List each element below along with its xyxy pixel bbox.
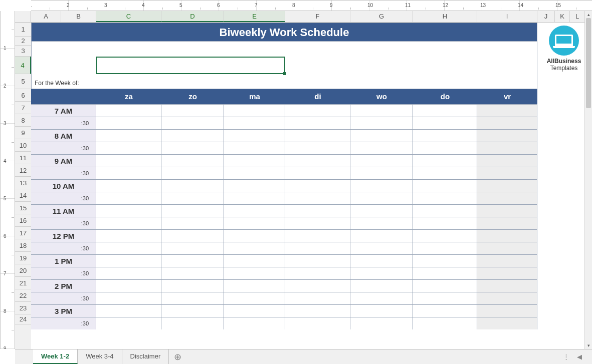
schedule-cell[interactable] <box>161 217 224 229</box>
schedule-cell[interactable] <box>477 217 537 229</box>
schedule-cell[interactable] <box>96 267 161 279</box>
schedule-cell[interactable] <box>350 217 413 229</box>
schedule-cell[interactable] <box>96 292 161 304</box>
schedule-cell[interactable] <box>161 180 224 192</box>
row-header-18[interactable]: 18 <box>15 239 31 252</box>
schedule-cell[interactable] <box>477 305 537 317</box>
schedule-cell[interactable] <box>477 192 537 204</box>
schedule-cell[interactable] <box>285 155 350 167</box>
schedule-cell[interactable] <box>96 230 161 242</box>
schedule-cell[interactable] <box>285 117 350 129</box>
schedule-cell[interactable] <box>285 317 350 329</box>
schedule-cell[interactable] <box>161 167 224 179</box>
column-header-h[interactable]: H <box>413 11 477 22</box>
tab-scroll-icon[interactable]: ◀ <box>577 353 582 360</box>
row-header-23[interactable]: 23 <box>15 302 31 314</box>
column-header-k[interactable]: K <box>555 11 570 22</box>
schedule-cell[interactable] <box>350 117 413 129</box>
sheet-tab-week-3-4[interactable]: Week 3-4 <box>78 349 122 364</box>
schedule-cell[interactable] <box>224 255 285 267</box>
tab-options-icon[interactable]: ⋮ <box>563 353 570 360</box>
schedule-cell[interactable] <box>413 180 477 192</box>
week-of-input[interactable] <box>97 71 286 89</box>
column-header-l[interactable]: L <box>570 11 585 22</box>
schedule-cell[interactable] <box>96 217 161 229</box>
schedule-cell[interactable] <box>350 317 413 329</box>
row-header-10[interactable]: 10 <box>15 139 31 152</box>
sheet-tab-week-1-2[interactable]: Week 1-2 <box>33 349 78 364</box>
schedule-cell[interactable] <box>413 305 477 317</box>
schedule-cell[interactable] <box>285 142 350 154</box>
row-header-5[interactable]: 5 <box>15 74 31 89</box>
schedule-cell[interactable] <box>161 130 224 142</box>
schedule-cell[interactable] <box>350 130 413 142</box>
scroll-down-icon[interactable]: ▾ <box>585 342 592 349</box>
row-header-12[interactable]: 12 <box>15 164 31 177</box>
row-header-17[interactable]: 17 <box>15 227 31 239</box>
schedule-cell[interactable] <box>477 142 537 154</box>
schedule-cell[interactable] <box>285 105 350 117</box>
schedule-cell[interactable] <box>285 255 350 267</box>
cells-grid[interactable]: Biweekly Work Schedule For the Week of: … <box>31 23 592 349</box>
column-header-j[interactable]: J <box>537 11 555 22</box>
row-header-21[interactable]: 21 <box>15 277 31 289</box>
schedule-cell[interactable] <box>350 192 413 204</box>
schedule-cell[interactable] <box>285 242 350 254</box>
schedule-cell[interactable] <box>96 180 161 192</box>
schedule-cell[interactable] <box>413 130 477 142</box>
schedule-cell[interactable] <box>477 255 537 267</box>
select-all-corner[interactable] <box>15 11 31 22</box>
schedule-cell[interactable] <box>477 280 537 292</box>
schedule-cell[interactable] <box>224 217 285 229</box>
row-header-9[interactable]: 9 <box>15 127 31 139</box>
schedule-cell[interactable] <box>161 142 224 154</box>
row-header-2[interactable]: 2 <box>15 37 31 46</box>
schedule-cell[interactable] <box>350 305 413 317</box>
schedule-cell[interactable] <box>350 255 413 267</box>
schedule-cell[interactable] <box>224 180 285 192</box>
schedule-cell[interactable] <box>161 292 224 304</box>
schedule-cell[interactable] <box>350 242 413 254</box>
column-header-e[interactable]: E <box>224 11 285 22</box>
schedule-cell[interactable] <box>161 280 224 292</box>
schedule-cell[interactable] <box>350 105 413 117</box>
schedule-cell[interactable] <box>96 317 161 329</box>
schedule-cell[interactable] <box>224 267 285 279</box>
column-header-d[interactable]: D <box>161 11 224 22</box>
row-header-13[interactable]: 13 <box>15 177 31 189</box>
schedule-cell[interactable] <box>477 267 537 279</box>
schedule-cell[interactable] <box>350 267 413 279</box>
schedule-cell[interactable] <box>96 205 161 217</box>
scroll-up-icon[interactable]: ▴ <box>585 11 592 18</box>
schedule-cell[interactable] <box>350 155 413 167</box>
schedule-cell[interactable] <box>285 280 350 292</box>
schedule-cell[interactable] <box>285 192 350 204</box>
row-header-1[interactable]: 1 <box>15 23 31 37</box>
row-header-22[interactable]: 22 <box>15 289 31 302</box>
schedule-cell[interactable] <box>350 205 413 217</box>
schedule-cell[interactable] <box>96 155 161 167</box>
schedule-cell[interactable] <box>285 167 350 179</box>
row-header-20[interactable]: 20 <box>15 264 31 277</box>
column-header-c[interactable]: C <box>96 11 161 22</box>
schedule-cell[interactable] <box>413 142 477 154</box>
schedule-cell[interactable] <box>161 205 224 217</box>
sheet-tab-disclaimer[interactable]: Disclaimer <box>122 349 169 364</box>
schedule-cell[interactable] <box>285 217 350 229</box>
schedule-cell[interactable] <box>224 105 285 117</box>
schedule-cell[interactable] <box>285 292 350 304</box>
row-header-14[interactable]: 14 <box>15 189 31 202</box>
schedule-cell[interactable] <box>350 167 413 179</box>
schedule-cell[interactable] <box>96 117 161 129</box>
schedule-cell[interactable] <box>477 117 537 129</box>
schedule-cell[interactable] <box>161 230 224 242</box>
column-header-g[interactable]: G <box>350 11 413 22</box>
schedule-cell[interactable] <box>96 142 161 154</box>
schedule-cell[interactable] <box>413 167 477 179</box>
schedule-cell[interactable] <box>224 130 285 142</box>
schedule-cell[interactable] <box>413 192 477 204</box>
schedule-cell[interactable] <box>161 317 224 329</box>
schedule-cell[interactable] <box>477 292 537 304</box>
schedule-cell[interactable] <box>477 167 537 179</box>
row-header-7[interactable]: 7 <box>15 102 31 114</box>
